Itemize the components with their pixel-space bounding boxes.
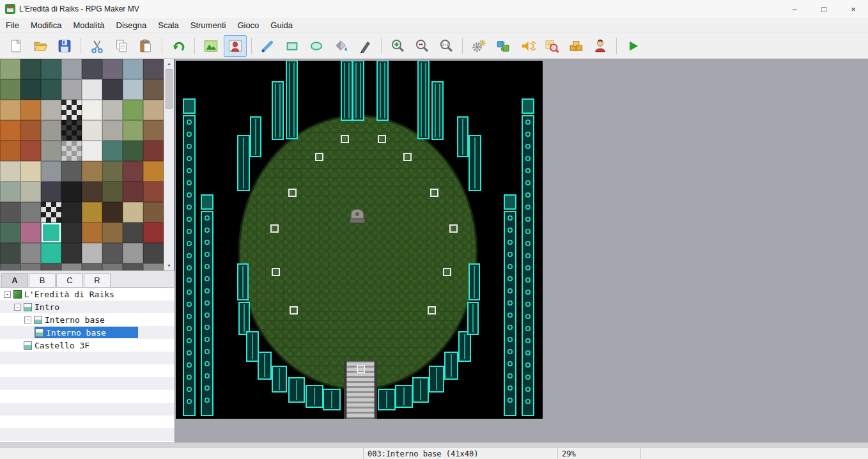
palette-tile[interactable] bbox=[143, 202, 164, 222]
palette-tab-a[interactable]: A bbox=[1, 273, 28, 287]
palette-tile[interactable] bbox=[123, 263, 143, 270]
palette-tile[interactable] bbox=[20, 59, 41, 79]
rectangle-button[interactable] bbox=[281, 35, 304, 57]
pencil-button[interactable] bbox=[256, 35, 279, 57]
palette-tile[interactable] bbox=[41, 59, 61, 79]
palette-tile[interactable] bbox=[41, 222, 61, 243]
palette-tile[interactable] bbox=[20, 263, 41, 270]
palette-tile[interactable] bbox=[143, 79, 164, 100]
palette-tile[interactable] bbox=[20, 222, 41, 243]
palette-tile[interactable] bbox=[0, 141, 20, 161]
palette-tile[interactable] bbox=[82, 141, 102, 161]
zoom-out-button[interactable] bbox=[410, 35, 433, 57]
palette-tile[interactable] bbox=[123, 79, 143, 100]
palette-tile[interactable] bbox=[41, 263, 61, 270]
palette-tile[interactable] bbox=[0, 100, 20, 120]
palette-tile[interactable] bbox=[143, 263, 164, 270]
palette-tile[interactable] bbox=[82, 79, 102, 100]
palette-tile[interactable] bbox=[143, 182, 164, 202]
database-button[interactable] bbox=[467, 35, 490, 57]
palette-tile[interactable] bbox=[102, 222, 123, 243]
playtest-button[interactable] bbox=[621, 35, 644, 57]
palette-tile[interactable] bbox=[61, 100, 82, 120]
palette-tile[interactable] bbox=[102, 59, 123, 79]
plugins-button[interactable] bbox=[492, 35, 515, 57]
palette-tile[interactable] bbox=[102, 161, 123, 182]
menu-item-file[interactable]: File bbox=[0, 18, 25, 33]
palette-tile[interactable] bbox=[82, 202, 102, 222]
palette-tile[interactable] bbox=[123, 100, 143, 120]
scrollbar-track[interactable] bbox=[164, 109, 174, 261]
menu-item-gioco[interactable]: Gioco bbox=[231, 18, 265, 33]
palette-tile[interactable] bbox=[41, 79, 61, 100]
scroll-up-icon[interactable]: ▲ bbox=[164, 59, 174, 68]
palette-tile[interactable] bbox=[20, 120, 41, 141]
event-searcher-button[interactable] bbox=[540, 35, 563, 57]
palette-tile[interactable] bbox=[82, 182, 102, 202]
palette-tile[interactable] bbox=[41, 100, 61, 120]
tree-row[interactable]: -Interno base bbox=[0, 313, 174, 326]
palette-tile[interactable] bbox=[102, 100, 123, 120]
menu-item-guida[interactable]: Guida bbox=[265, 18, 298, 33]
palette-tile[interactable] bbox=[123, 141, 143, 161]
tree-expander-icon[interactable]: - bbox=[14, 304, 21, 311]
palette-tile[interactable] bbox=[61, 59, 82, 79]
palette-tile[interactable] bbox=[123, 243, 143, 263]
minimize-button[interactable]: – bbox=[780, 0, 809, 18]
tree-item[interactable]: Castello 3F bbox=[23, 339, 92, 351]
palette-tile[interactable] bbox=[41, 120, 61, 141]
sound-test-button[interactable] bbox=[516, 35, 539, 57]
palette-scrollbar[interactable]: ▲ ▼ bbox=[164, 59, 174, 270]
new-button[interactable] bbox=[4, 35, 27, 57]
palette-tile[interactable] bbox=[41, 141, 61, 161]
undo-button[interactable] bbox=[167, 35, 190, 57]
palette-tile[interactable] bbox=[102, 141, 123, 161]
palette-tile[interactable] bbox=[61, 243, 82, 263]
palette-tile[interactable] bbox=[0, 202, 20, 222]
palette-tile[interactable] bbox=[143, 100, 164, 120]
ellipse-button[interactable] bbox=[305, 35, 328, 57]
resource-manager-button[interactable] bbox=[564, 35, 587, 57]
palette-tile[interactable] bbox=[82, 120, 102, 141]
character-generator-button[interactable] bbox=[589, 35, 612, 57]
palette-tile[interactable] bbox=[123, 202, 143, 222]
palette-tile[interactable] bbox=[20, 202, 41, 222]
close-button[interactable]: × bbox=[839, 0, 868, 18]
palette-tile[interactable] bbox=[0, 182, 20, 202]
scrollbar-thumb[interactable] bbox=[166, 69, 173, 109]
paste-button[interactable] bbox=[134, 35, 157, 57]
menu-item-modalita[interactable]: Modalità bbox=[67, 18, 110, 33]
palette-tile[interactable] bbox=[0, 59, 20, 79]
palette-tile[interactable] bbox=[61, 79, 82, 100]
palette-tile[interactable] bbox=[102, 202, 123, 222]
palette-tile[interactable] bbox=[123, 161, 143, 182]
palette-tile[interactable] bbox=[123, 59, 143, 79]
palette-tile[interactable] bbox=[20, 161, 41, 182]
palette-tile[interactable] bbox=[41, 161, 61, 182]
tree-row[interactable]: Interno base bbox=[0, 326, 174, 339]
palette-tile[interactable] bbox=[102, 120, 123, 141]
palette-tile[interactable] bbox=[61, 182, 82, 202]
tree-item[interactable]: Intro bbox=[23, 301, 62, 313]
palette-tile[interactable] bbox=[61, 202, 82, 222]
copy-button[interactable] bbox=[110, 35, 133, 57]
palette-tile[interactable] bbox=[82, 59, 102, 79]
tree-expander-icon[interactable]: - bbox=[4, 291, 11, 298]
palette-tile[interactable] bbox=[143, 141, 164, 161]
palette-tile[interactable] bbox=[82, 263, 102, 270]
palette-tile[interactable] bbox=[143, 59, 164, 79]
palette-tile[interactable] bbox=[123, 120, 143, 141]
palette-tile[interactable] bbox=[20, 141, 41, 161]
tree-item[interactable]: L'Eredità di Raiks bbox=[13, 288, 117, 300]
palette-tile[interactable] bbox=[143, 161, 164, 182]
palette-tile[interactable] bbox=[20, 243, 41, 263]
maximize-button[interactable]: □ bbox=[809, 0, 839, 18]
palette-tile[interactable] bbox=[41, 182, 61, 202]
palette-tile[interactable] bbox=[0, 161, 20, 182]
menu-item-disegna[interactable]: Disegna bbox=[111, 18, 153, 33]
palette-tile[interactable] bbox=[102, 182, 123, 202]
palette-tile[interactable] bbox=[20, 100, 41, 120]
palette-tile[interactable] bbox=[143, 243, 164, 263]
scroll-down-icon[interactable]: ▼ bbox=[164, 261, 174, 270]
cut-button[interactable] bbox=[86, 35, 109, 57]
